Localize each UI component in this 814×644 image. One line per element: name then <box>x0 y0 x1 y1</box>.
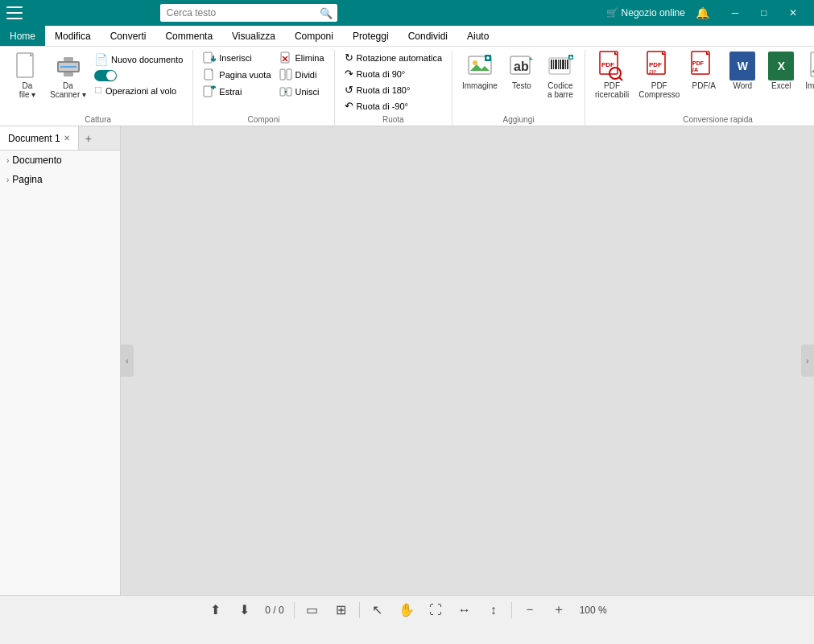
ruota-90-button[interactable]: ↷ Ruota di 90° <box>341 66 445 81</box>
hamburger-menu[interactable] <box>6 6 23 19</box>
immagine-conv-button[interactable]: Immagine <box>802 50 814 92</box>
svg-rect-8 <box>204 52 212 63</box>
ruota-180-button[interactable]: ↺ Ruota di 180° <box>341 82 445 97</box>
menu-visualizza[interactable]: Visualizza <box>222 26 285 46</box>
rotate-180-icon: ↺ <box>345 84 353 96</box>
notification-icon[interactable]: 🔔 <box>695 6 711 19</box>
da-file-button[interactable]: Dafile ▾ <box>10 50 45 101</box>
testo-icon: ab + <box>509 53 535 79</box>
componi-label: Componi <box>247 115 279 126</box>
svg-line-51 <box>619 77 622 80</box>
pagina-vuota-button[interactable]: Pagina vuota <box>200 67 274 83</box>
pan-tool-button[interactable]: ✋ <box>395 599 418 621</box>
estrai-label: Estrai <box>219 87 242 97</box>
svg-rect-41 <box>562 60 564 69</box>
immagine-icon <box>467 53 493 79</box>
pdf-a-button[interactable]: PDF /A PDF/A <box>686 50 721 92</box>
scroll-up-button[interactable]: ⬆ <box>204 599 226 621</box>
da-scanner-label: DaScanner ▾ <box>50 81 86 99</box>
elimina-button[interactable]: Elimina <box>276 50 328 66</box>
rotazione-automatica-button[interactable]: ↻ Rotazione automatica <box>341 50 445 65</box>
excel-button[interactable]: X Excel <box>763 50 799 92</box>
tab-bar: Document 1 ✕ + <box>0 126 120 151</box>
operazioni-label: Operazioni al volo <box>105 86 176 96</box>
separator-3 <box>511 602 512 618</box>
testo-button[interactable]: ab + Testo <box>504 50 539 92</box>
unisci-label: Unisci <box>295 87 320 97</box>
menu-modifica[interactable]: Modifica <box>45 26 101 46</box>
collapse-right-arrow[interactable]: › <box>801 345 814 377</box>
single-page-button[interactable]: ▭ <box>301 599 324 621</box>
chevron-documento-icon: › <box>6 156 9 165</box>
tab-close-icon[interactable]: ✕ <box>64 134 70 142</box>
close-button[interactable]: ✕ <box>779 0 808 26</box>
toggle-switch[interactable] <box>94 70 117 81</box>
operazioni-al-volo-button[interactable]: ☐ Operazioni al volo <box>91 84 186 97</box>
search-input[interactable] <box>160 4 337 22</box>
svg-rect-42 <box>565 60 566 69</box>
tree-item-documento[interactable]: › Documento <box>0 151 120 170</box>
unisci-button[interactable]: Unisci <box>276 84 328 100</box>
zoom-out-button[interactable]: － <box>519 599 541 621</box>
pdf-ricercabili-button[interactable]: PDF PDFricercabili <box>592 50 632 101</box>
menu-componi[interactable]: Componi <box>285 26 343 46</box>
svg-rect-0 <box>17 53 33 77</box>
inserisci-button[interactable]: Inserisci <box>200 50 274 66</box>
aggiungi-label: Aggiungi <box>503 115 535 126</box>
codice-a-barre-button[interactable]: Codicea barre <box>543 50 578 101</box>
menu-commenta[interactable]: Commenta <box>155 26 222 46</box>
nuovo-doc-icon: 📄 <box>94 53 108 66</box>
pdf-compresso-button[interactable]: PDF ZIP PDFCompresso <box>635 50 683 101</box>
menu-condividi[interactable]: Condividi <box>399 26 457 46</box>
svg-text:PDF: PDF <box>692 60 705 66</box>
search-icon: 🔍 <box>320 7 333 19</box>
codice-a-barre-label: Codicea barre <box>547 81 573 99</box>
ribbon-group-componi: Inserisci Pagina vuota <box>193 50 334 126</box>
document-tab[interactable]: Document 1 ✕ <box>0 126 79 150</box>
pagina-label: Pagina <box>12 174 42 185</box>
elimina-label: Elimina <box>295 53 324 63</box>
menu-converti[interactable]: Converti <box>101 26 156 46</box>
ribbon-group-aggiungi: Immagine ab + Testo <box>452 50 585 126</box>
immagine-button[interactable]: Immagine <box>459 50 501 92</box>
collapse-left-arrow[interactable]: ‹ <box>121 345 134 377</box>
tree-item-pagina[interactable]: › Pagina <box>0 170 120 189</box>
left-panel: Document 1 ✕ + › Documento › Pagina <box>0 126 121 595</box>
dividi-button[interactable]: Dividi <box>276 67 328 83</box>
dividi-label: Dividi <box>295 70 317 80</box>
chevron-pagina-icon: › <box>6 175 9 184</box>
svg-rect-22 <box>287 69 291 80</box>
fit-page-button[interactable]: ⛶ <box>424 599 447 621</box>
inserisci-label: Inserisci <box>219 53 251 63</box>
svg-rect-14 <box>204 86 212 97</box>
svg-rect-43 <box>567 60 568 69</box>
menu-proteggi[interactable]: Proteggi <box>343 26 399 46</box>
svg-text:PDF: PDF <box>649 61 662 68</box>
svg-text:PDF: PDF <box>601 61 614 68</box>
fit-width-button[interactable]: ↔ <box>453 599 476 621</box>
store-button[interactable]: 🛒 Negozio online <box>606 7 685 19</box>
zoom-in-button[interactable]: ＋ <box>547 599 570 621</box>
excel-label: Excel <box>771 81 791 90</box>
da-scanner-button[interactable]: DaScanner ▾ <box>47 50 89 101</box>
svg-rect-18 <box>281 52 289 63</box>
word-button[interactable]: W Word <box>725 50 760 92</box>
fit-height-button[interactable]: ↕ <box>482 599 505 621</box>
cart-icon: 🛒 <box>606 7 618 19</box>
selection-tool-button[interactable]: ↖ <box>366 599 389 621</box>
estrai-button[interactable]: Estrai <box>200 84 274 100</box>
ribbon-group-cattura: Dafile ▾ DaScanner ▾ <box>3 50 193 126</box>
grid-view-button[interactable]: ⊞ <box>330 599 353 621</box>
dividi-icon <box>279 68 292 81</box>
menu-home[interactable]: Home <box>0 26 45 46</box>
minimize-button[interactable]: ─ <box>721 0 750 26</box>
ruota-m90-button[interactable]: ↶ Ruota di -90° <box>341 98 445 114</box>
menu-aiuto[interactable]: Aiuto <box>457 26 498 46</box>
add-tab-button[interactable]: + <box>79 129 98 148</box>
scroll-down-button[interactable]: ⬇ <box>233 599 255 621</box>
pdf-a-icon: PDF /A <box>691 51 717 81</box>
nuovo-documento-button[interactable]: 📄 Nuovo documento <box>91 52 186 68</box>
nuovo-documento-label: Nuovo documento <box>111 55 183 64</box>
page-total: 0 <box>279 605 284 616</box>
maximize-button[interactable]: □ <box>750 0 779 26</box>
